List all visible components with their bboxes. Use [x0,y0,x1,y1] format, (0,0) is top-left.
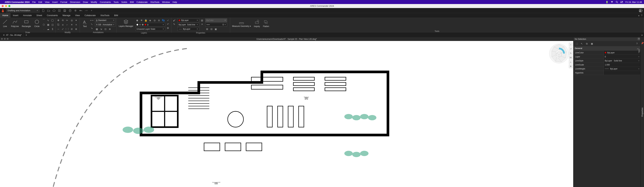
menu-modify[interactable]: Modify [91,1,97,3]
layer-merge-icon[interactable]: ⇊ [157,19,161,22]
layer-off-icon[interactable]: ◎ [153,19,156,22]
thickness-input[interactable]: 0▼ [205,23,227,27]
copy-tool-icon[interactable]: ⿻ [56,23,60,27]
menubar-clock[interactable]: Fri 24. Mar 11:46 [626,1,642,3]
ribbon-help-icon[interactable]: ? [641,14,642,17]
tolerance-icon[interactable]: ⊡ [104,27,107,31]
arc-tool-icon[interactable]: ⌒ [42,19,46,22]
menu-constraints[interactable]: Constraints [100,1,111,3]
move-tool-icon[interactable]: ✥ [56,19,60,22]
layer-match-icon[interactable]: ✓ [166,19,170,22]
general-section-header[interactable]: General ︿ [574,47,640,51]
user-account-icon[interactable]: ▾ [639,9,643,13]
prop-layer-value[interactable]: 0▾ [604,55,640,59]
view-cube[interactable] [548,43,570,64]
customize-qat-icon[interactable]: ≡ [90,9,93,12]
cloud-icon[interactable] [52,9,56,12]
ribbon-tab-collaborate[interactable]: Collaborate [82,13,98,18]
toggle-pickadd-icon[interactable]: ▣ [590,42,594,45]
quick-select-icon[interactable]: ⬚ [575,42,578,45]
menu-view[interactable]: View [45,1,50,3]
hatch-tool-icon[interactable]: ▦ [46,23,50,27]
window-minimize-button[interactable] [5,5,7,7]
multileader-icon[interactable]: ⇲ [99,27,103,31]
menu-xtratools[interactable]: XtraTools [150,1,159,3]
match-props-icon[interactable]: 🖌 [172,19,176,22]
ellipse-tool-icon[interactable]: ◯ [51,19,54,22]
menu-help[interactable]: Help [172,1,177,3]
join-tool-icon[interactable]: ⊕ [74,27,78,31]
region-tool-icon[interactable]: ◫ [51,23,54,27]
erase-tool-icon[interactable]: ✕ [70,23,74,27]
dim-linear-icon[interactable]: ⟷ [90,19,94,22]
layer-iso-icon[interactable]: ◈ [148,19,152,22]
ribbon-tab-home[interactable]: Home [0,13,10,18]
import-icon[interactable] [58,9,61,12]
scale-tool-icon[interactable]: ⤢ [61,27,64,31]
print-icon[interactable] [68,9,72,12]
centermark-icon[interactable]: ⊕ [108,27,112,31]
props-manager-icon[interactable]: ▣ [214,27,218,31]
preview-icon[interactable] [74,9,77,12]
line-tool[interactable]: Line [1,19,9,28]
ribbon-minimize-icon[interactable]: ▴ [638,14,640,17]
new-file-icon[interactable] [42,9,45,12]
menu-dimension[interactable]: Dimension [70,1,80,3]
cloud-tool-icon[interactable]: ☁ [46,27,50,31]
rectangle-tool[interactable]: Rectangle [21,19,32,28]
stretch-tool-icon[interactable]: ↔ [56,27,60,31]
layer-on-icon[interactable]: ◉ [135,19,139,22]
explode-tool-icon[interactable]: ✦ [74,19,78,22]
scrollbar-thumb[interactable] [638,49,640,52]
measure-tool[interactable]: Measure Geometry ▾ [231,19,252,28]
view-settings-button[interactable]: ⚙ [569,64,572,68]
linetype-select[interactable]: ByLayer Solid line▼ [178,23,199,27]
menu-edit[interactable]: Edit [38,1,42,3]
layer-state-select[interactable]: Unsaved Layer State▼ [135,27,165,31]
ribbon-tab-constraints[interactable]: Constraints [44,13,60,18]
ungroup-icon[interactable]: ⊟ [210,27,213,31]
menu-window[interactable]: Window [162,1,170,3]
transparency-icon[interactable]: ▤ [200,19,204,22]
redo-icon[interactable] [84,9,88,12]
pin-icon[interactable]: 📌 [641,42,644,45]
drawing-canvas[interactable]: North Corridor A 008 797 Warehouse 006 2… [0,41,573,187]
drawing-viewport[interactable]: /Users/aneumann/Downloads/AT - Sample 03… [0,37,573,187]
open-file-icon[interactable] [47,9,50,12]
control-center-icon[interactable] [620,1,623,3]
helix-tool-icon[interactable]: § [51,27,54,31]
menu-format[interactable]: Format [60,1,67,3]
ribbon-tab-bim[interactable]: BIM [112,13,120,18]
mirror-tool-icon[interactable]: ⧈ [61,23,64,27]
prop-linecolor-value[interactable]: ByLayer▾ [604,51,640,55]
layer-freeze-icon[interactable]: ❄ [140,19,144,22]
window-close-button[interactable] [2,5,4,7]
save-icon[interactable] [63,9,66,12]
add-document-tab[interactable]: + [24,34,29,37]
battery-icon[interactable]: 🔋 [606,1,608,3]
plotstyle-select[interactable]: ByColor▼ [205,19,227,22]
menu-tools[interactable]: Tools [114,1,118,3]
close-tab-icon[interactable]: ✕ [3,34,5,36]
prop-lineweight-value[interactable]: ByLayer▾ [604,67,640,71]
polyline-tool[interactable]: PolyLine [10,19,20,28]
point-tool-icon[interactable]: ∙ [42,27,46,31]
home-view-button[interactable]: ⌂ [569,43,572,46]
rotate-tool-icon[interactable]: ⟲ [61,19,64,22]
array-tool-icon[interactable]: ⋮⋮ [65,27,69,31]
ribbon-tab-sheet[interactable]: Sheet [34,13,44,18]
spotlight-icon[interactable] [616,1,618,3]
pick-icon[interactable]: ↖ [580,42,584,45]
rotate-cw-button[interactable]: ↻ [569,51,572,55]
menu-file[interactable]: File [32,1,36,3]
list-icon[interactable]: ≡ [200,22,204,26]
ribbon-tab-view[interactable]: View [73,13,82,18]
align-tool-icon[interactable]: ≡ [74,23,78,27]
spline-tool-icon[interactable]: ∿ [46,19,50,22]
current-layer-select[interactable]: 0 ▼ [135,23,165,27]
rotate-ccw-button[interactable]: ↺ [569,47,572,51]
break-tool-icon[interactable]: ⊘ [70,27,74,31]
offset-tool-icon[interactable]: ◎ [70,19,74,22]
menubar-app-name[interactable]: ARES Commander 2024 [5,1,30,3]
table-icon[interactable]: ▦ [95,27,98,31]
